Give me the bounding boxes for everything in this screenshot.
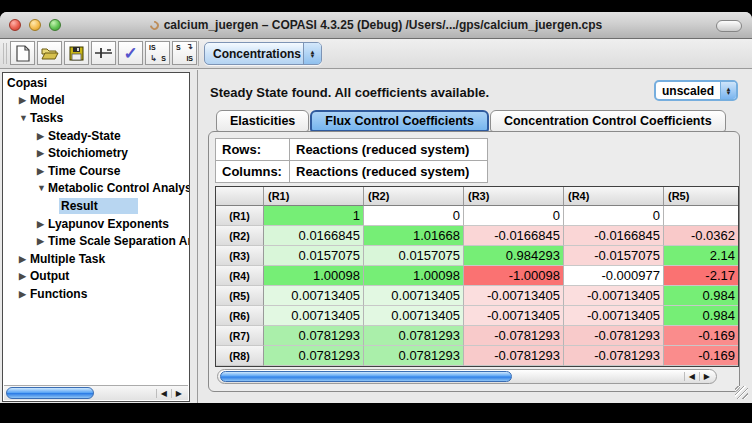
value-cell[interactable]: -0.0781293	[464, 326, 564, 346]
tree-item-time-course[interactable]: ▶Time Course	[3, 162, 189, 180]
scroll-left-arrow[interactable]: ◀	[684, 372, 699, 381]
tab-flux-control-coefficients[interactable]: Flux Control Coefficients	[310, 110, 489, 132]
tree-item-output[interactable]: ▶Output	[3, 268, 189, 286]
tree-scrollbar-thumb[interactable]	[6, 387, 94, 399]
value-cell[interactable]: -0.169	[664, 346, 739, 366]
tree-item-stoichiometry[interactable]: ▶Stoichiometry	[3, 144, 189, 162]
value-cell[interactable]: -0.00713405	[564, 306, 664, 326]
value-cell[interactable]: 0.0157075	[364, 246, 464, 266]
value-cell[interactable]: -0.0362	[664, 226, 739, 246]
save-file-button[interactable]	[64, 41, 89, 65]
value-cell[interactable]: 2.14	[664, 246, 739, 266]
column-header-r5[interactable]: (R5)	[664, 187, 739, 206]
new-file-button[interactable]	[10, 41, 35, 65]
disclosure-closed-icon[interactable]: ▶	[37, 131, 48, 141]
value-cell[interactable]: 0	[464, 206, 564, 226]
tree-item-model[interactable]: ▶Model	[3, 92, 189, 110]
tree-item-functions[interactable]: ▶Functions	[3, 285, 189, 303]
tree-item-copasi[interactable]: Copasi	[3, 74, 189, 92]
column-header-r4[interactable]: (R4)	[564, 187, 664, 206]
scale-select[interactable]: unscaled ▲▼	[654, 80, 738, 101]
row-header-r4[interactable]: (R4)	[216, 266, 264, 286]
disclosure-closed-icon[interactable]: ▶	[19, 254, 30, 264]
value-cell[interactable]: 1	[264, 206, 364, 226]
value-cell[interactable]: -2.17	[664, 266, 739, 286]
value-cell[interactable]: 0.984	[664, 306, 739, 326]
value-cell[interactable]: -0.00713405	[464, 286, 564, 306]
value-cell[interactable]: 0.0781293	[264, 326, 364, 346]
tree-item-lyapunov-exponents[interactable]: ▶Lyapunov Exponents	[3, 215, 189, 233]
row-header-r8[interactable]: (R8)	[216, 346, 264, 366]
value-cell[interactable]: -0.000977	[564, 266, 664, 286]
check-model-button[interactable]: ✓	[118, 41, 143, 65]
value-cell[interactable]: 0.0781293	[364, 346, 464, 366]
tree-item-metabolic-control-analysis[interactable]: ▼Metabolic Control Analysis	[3, 180, 189, 198]
value-cell[interactable]: 0.00713405	[264, 286, 364, 306]
value-cell[interactable]: 0.984293	[464, 246, 564, 266]
value-cell[interactable]: 0	[364, 206, 464, 226]
slider-button[interactable]	[91, 41, 116, 65]
value-cell[interactable]: -0.0781293	[564, 326, 664, 346]
minimize-button[interactable]	[29, 19, 41, 31]
value-cell[interactable]: 0.00713405	[364, 286, 464, 306]
s-to-is-button[interactable]: S ↴ IS	[172, 41, 197, 65]
disclosure-closed-icon[interactable]: ▶	[37, 166, 48, 176]
scroll-right-arrow[interactable]: ▶	[699, 372, 714, 381]
value-cell[interactable]: 0.984	[664, 286, 739, 306]
tree-item-time-scale-separation-anal[interactable]: ▶Time Scale Separation Anal	[3, 232, 189, 250]
mode-select[interactable]: Concentrations ▲▼	[204, 42, 322, 65]
value-cell[interactable]: -0.0166845	[464, 226, 564, 246]
disclosure-open-icon[interactable]: ▼	[37, 183, 48, 193]
window-resize-grip[interactable]	[735, 386, 748, 399]
value-cell[interactable]: 0	[564, 206, 664, 226]
tree-item-multiple-task[interactable]: ▶Multiple Task	[3, 250, 189, 268]
value-cell[interactable]: -0.0781293	[464, 346, 564, 366]
value-cell[interactable]: 0.0781293	[264, 346, 364, 366]
scroll-right-arrow[interactable]: ▶	[171, 389, 186, 398]
tab-elasticities[interactable]: Elasticities	[216, 110, 309, 132]
row-header-r1[interactable]: (R1)	[216, 206, 264, 226]
column-header-r3[interactable]: (R3)	[464, 187, 564, 206]
toolbar-grip[interactable]	[3, 43, 8, 64]
column-header-r1[interactable]: (R1)	[264, 187, 364, 206]
table-scrollbar-thumb[interactable]	[220, 371, 512, 382]
value-cell[interactable]: -1.00098	[464, 266, 564, 286]
tab-concentration-control-coefficients[interactable]: Concentration Control Coefficients	[490, 110, 726, 132]
disclosure-open-icon[interactable]: ▼	[19, 113, 30, 123]
disclosure-closed-icon[interactable]: ▶	[37, 219, 48, 229]
value-cell[interactable]: -0.0781293	[564, 346, 664, 366]
tree-item-steady-state[interactable]: ▶Steady-State	[3, 127, 189, 145]
value-cell[interactable]: -0.169	[664, 326, 739, 346]
disclosure-closed-icon[interactable]: ▶	[19, 271, 30, 281]
row-header-r6[interactable]: (R6)	[216, 306, 264, 326]
row-header-r2[interactable]: (R2)	[216, 226, 264, 246]
disclosure-closed-icon[interactable]: ▶	[19, 95, 30, 105]
panel-splitter[interactable]	[197, 70, 198, 403]
toolbar-toggle-button[interactable]	[716, 20, 742, 32]
disclosure-closed-icon[interactable]: ▶	[37, 148, 48, 158]
title-bar[interactable]: calcium_juergen – COPASI 4.3.25 (Debug) …	[0, 12, 752, 39]
scroll-left-arrow[interactable]: ◀	[156, 389, 171, 398]
tree-item-result[interactable]: Result	[3, 197, 189, 215]
table-horizontal-scrollbar[interactable]: ◀ ▶	[217, 369, 717, 384]
tree-horizontal-scrollbar[interactable]: ◀ ▶	[4, 385, 188, 400]
value-cell[interactable]: -0.00713405	[464, 306, 564, 326]
value-cell[interactable]: 1.00098	[264, 266, 364, 286]
value-cell[interactable]: 0.0781293	[364, 326, 464, 346]
row-header-r5[interactable]: (R5)	[216, 286, 264, 306]
value-cell[interactable]	[664, 206, 739, 226]
value-cell[interactable]: 0.00713405	[264, 306, 364, 326]
value-cell[interactable]: 0.0157075	[264, 246, 364, 266]
is-to-s-button[interactable]: IS ↳ S	[145, 41, 170, 65]
value-cell[interactable]: -0.0157075	[564, 246, 664, 266]
close-button[interactable]	[9, 19, 21, 31]
value-cell[interactable]: -0.0166845	[564, 226, 664, 246]
column-header-r2[interactable]: (R2)	[364, 187, 464, 206]
value-cell[interactable]: -0.00713405	[564, 286, 664, 306]
row-header-r3[interactable]: (R3)	[216, 246, 264, 266]
disclosure-closed-icon[interactable]: ▶	[37, 236, 48, 246]
value-cell[interactable]: 1.01668	[364, 226, 464, 246]
tree-item-tasks[interactable]: ▼Tasks	[3, 109, 189, 127]
value-cell[interactable]: 1.00098	[364, 266, 464, 286]
corner-header-cell[interactable]	[216, 187, 264, 206]
